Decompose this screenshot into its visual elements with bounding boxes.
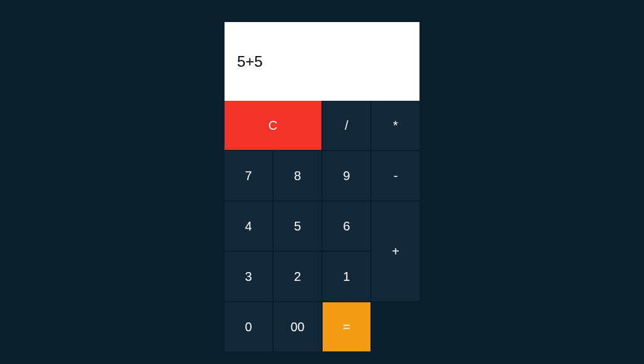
- clear-button[interactable]: C: [225, 101, 321, 150]
- num-9-button[interactable]: 9: [323, 151, 370, 200]
- num-7-button[interactable]: 7: [225, 151, 272, 200]
- num-4-button[interactable]: 4: [225, 202, 272, 251]
- num-3-button[interactable]: 3: [225, 252, 272, 301]
- num-0-button[interactable]: 0: [225, 302, 272, 351]
- num-2-button[interactable]: 2: [274, 252, 321, 301]
- keypad: C / * 7 8 9 - 4 5 6 + 3 2 1 0 00 =: [225, 101, 419, 351]
- calculator: 5+5 C / * 7 8 9 - 4 5 6 + 3 2 1 0 00 =: [225, 22, 419, 351]
- multiply-button[interactable]: *: [372, 101, 419, 150]
- minus-button[interactable]: -: [372, 151, 419, 200]
- plus-button[interactable]: +: [372, 202, 419, 301]
- num-6-button[interactable]: 6: [323, 202, 370, 251]
- equals-button[interactable]: =: [323, 302, 370, 351]
- num-00-button[interactable]: 00: [274, 302, 321, 351]
- calculator-display: 5+5: [225, 22, 419, 101]
- num-5-button[interactable]: 5: [274, 202, 321, 251]
- display-value: 5+5: [237, 53, 263, 71]
- num-1-button[interactable]: 1: [323, 252, 370, 301]
- divide-button[interactable]: /: [323, 101, 370, 150]
- num-8-button[interactable]: 8: [274, 151, 321, 200]
